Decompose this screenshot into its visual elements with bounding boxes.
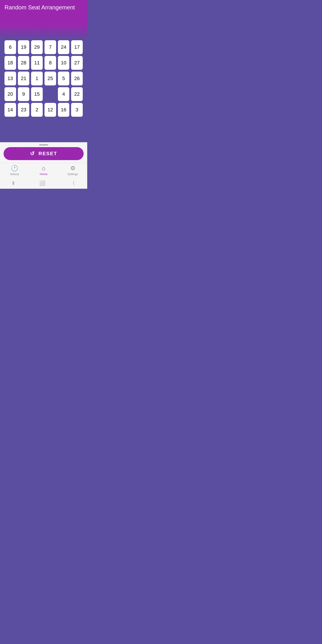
history-icon: 🕐 xyxy=(11,165,18,172)
seat-cell-r0-c3[interactable]: 7 xyxy=(44,40,56,54)
recents-button[interactable]: ⦀ xyxy=(12,180,14,186)
seat-cell-r0-c2[interactable]: 29 xyxy=(31,40,43,54)
seat-cell-r4-c1[interactable]: 23 xyxy=(18,103,30,117)
seat-cell-r0-c0[interactable]: 6 xyxy=(4,40,16,54)
home-button[interactable]: ⬜ xyxy=(39,180,45,186)
seat-cell-r0-c4[interactable]: 24 xyxy=(58,40,70,54)
seat-cell-r2-c5[interactable]: 26 xyxy=(71,72,83,86)
back-button[interactable]: 〈 xyxy=(70,180,75,186)
seat-cell-r1-c5[interactable]: 27 xyxy=(71,56,83,70)
drag-handle[interactable] xyxy=(0,142,87,147)
seat-cell-r2-c4[interactable]: 5 xyxy=(58,72,70,86)
nav-item-home[interactable]: ⌂ Home xyxy=(29,165,58,176)
nav-item-history[interactable]: 🕐 History xyxy=(0,165,29,176)
seat-cell-r3-c2[interactable]: 15 xyxy=(31,87,43,101)
seat-cell-r4-c2[interactable]: 2 xyxy=(31,103,43,117)
app-header: Random Seat Arrangement xyxy=(0,0,87,14)
seat-cell-r3-c5[interactable]: 22 xyxy=(71,87,83,101)
main-content: 6192972417182811810271321125526209154221… xyxy=(0,14,87,142)
seat-cell-r4-c5[interactable]: 3 xyxy=(71,103,83,117)
settings-icon: ⚙ xyxy=(70,165,75,172)
seat-cell-r2-c2[interactable]: 1 xyxy=(31,72,43,86)
seat-cell-r1-c2[interactable]: 11 xyxy=(31,56,43,70)
settings-label: Settings xyxy=(68,172,78,176)
nav-item-settings[interactable]: ⚙ Settings xyxy=(58,165,87,176)
seat-cell-r4-c0[interactable]: 14 xyxy=(4,103,16,117)
nav-bar: 🕐 History ⌂ Home ⚙ Settings xyxy=(0,163,87,177)
seat-grid: 6192972417182811810271321125526209154221… xyxy=(4,40,83,117)
seat-cell-r0-c5[interactable]: 17 xyxy=(71,40,83,54)
reset-icon: ↺ xyxy=(30,150,35,157)
seat-cell-r2-c1[interactable]: 21 xyxy=(18,72,30,86)
seat-cell-r4-c4[interactable]: 16 xyxy=(58,103,70,117)
bottom-panel: ↺ RESET 🕐 History ⌂ Home ⚙ Settings ⦀ ⬜ … xyxy=(0,142,87,189)
seat-cell-r0-c1[interactable]: 19 xyxy=(18,40,30,54)
reset-label: RESET xyxy=(38,151,57,156)
seat-cell-r3-c1[interactable]: 9 xyxy=(18,87,30,101)
seat-cell-r3-c3 xyxy=(44,87,56,101)
seat-cell-r4-c3[interactable]: 12 xyxy=(44,103,56,117)
seat-cell-r2-c3[interactable]: 25 xyxy=(44,72,56,86)
home-label: Home xyxy=(40,172,48,176)
seat-cell-r1-c3[interactable]: 8 xyxy=(44,56,56,70)
system-nav: ⦀ ⬜ 〈 xyxy=(0,177,87,189)
seat-cell-r1-c0[interactable]: 18 xyxy=(4,56,16,70)
drag-handle-bar xyxy=(39,144,48,145)
seat-cell-r2-c0[interactable]: 13 xyxy=(4,72,16,86)
seat-cell-r3-c0[interactable]: 20 xyxy=(4,87,16,101)
seat-cell-r1-c1[interactable]: 28 xyxy=(18,56,30,70)
reset-button[interactable]: ↺ RESET xyxy=(4,147,84,160)
page-title: Random Seat Arrangement xyxy=(4,4,75,11)
home-icon: ⌂ xyxy=(42,165,46,172)
seat-cell-r3-c4[interactable]: 4 xyxy=(58,87,70,101)
history-label: History xyxy=(10,172,19,176)
seat-cell-r1-c4[interactable]: 10 xyxy=(58,56,70,70)
